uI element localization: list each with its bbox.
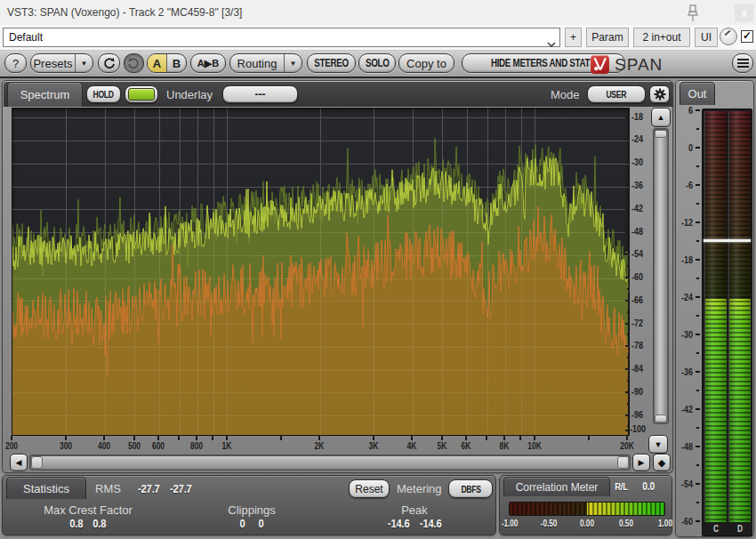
- clippings-label: Clippings: [228, 503, 275, 517]
- scroll-left-button[interactable]: ◀: [10, 454, 28, 471]
- zoom-reset-button[interactable]: ◆: [653, 454, 671, 471]
- redo-button[interactable]: [124, 53, 144, 73]
- underlay-select-button[interactable]: ---: [222, 85, 298, 103]
- crest-values: 0.8 0.8: [68, 517, 108, 530]
- peak-hold-line: [704, 239, 751, 242]
- hold-label: HOLD: [93, 89, 114, 100]
- correlation-scale: -1.00-0.500.000.501.00: [500, 519, 673, 531]
- copy-to-button[interactable]: Copy to: [398, 53, 454, 73]
- clippings-values: 0 0: [239, 517, 264, 530]
- v-scrollbar-track[interactable]: [653, 128, 669, 424]
- v-thumb-bottom-grip[interactable]: [655, 414, 667, 422]
- correlation-scale-label: -1.00: [502, 519, 519, 528]
- voxengo-logo-icon: [591, 55, 609, 74]
- output-meter-bar-left: [704, 111, 727, 522]
- h-thumb-left-grip[interactable]: [31, 456, 43, 469]
- correlation-value: 0.0: [642, 480, 655, 493]
- correlation-scale-label: 0.00: [580, 519, 594, 528]
- v-scrollbar-thumb[interactable]: [655, 130, 667, 422]
- metering-label: Metering: [397, 482, 442, 495]
- ab-compare-group: A B: [147, 53, 187, 73]
- correlation-scale-label: -0.50: [540, 519, 557, 528]
- peak-label: Peak: [401, 503, 428, 517]
- a-to-b-copy-button[interactable]: A▶B: [190, 53, 226, 73]
- span-plugin-window: VST3: SPAN (Voxengo) - Track 2 "MC459-8"…: [0, 0, 756, 539]
- channel-label-left: C: [713, 524, 719, 534]
- ui-button[interactable]: UI: [695, 28, 718, 47]
- window-title: VST3: SPAN (Voxengo) - Track 2 "MC459-8"…: [7, 6, 242, 19]
- tab-out[interactable]: Out: [680, 82, 715, 105]
- mode-label: Mode: [551, 88, 580, 101]
- spectrum-plot-svg: [12, 109, 629, 435]
- undo-button[interactable]: [98, 53, 120, 73]
- rms-value-right: -27.7: [170, 482, 192, 495]
- peak-value-left: -14.6: [388, 517, 410, 530]
- output-meter-bar-right: [728, 111, 751, 522]
- settings-gear-button[interactable]: [649, 85, 670, 103]
- stereo-label: STEREO: [314, 57, 349, 69]
- correlation-scale-label: 1.00: [658, 519, 672, 528]
- v-thumb-top-grip[interactable]: [655, 130, 667, 138]
- presets-button[interactable]: Presets ▼: [30, 53, 93, 73]
- host-controls-row: Default + Param 2 in+out UI ✓: [0, 25, 756, 51]
- solo-label: SOLO: [366, 57, 390, 69]
- stereo-button[interactable]: STEREO: [307, 53, 356, 73]
- correlation-segments: [510, 503, 664, 515]
- hide-meters-label: HIDE METERS AND STATS: [491, 57, 596, 69]
- preset-combo[interactable]: Default: [3, 28, 560, 47]
- rms-value-left: -27.7: [138, 482, 160, 495]
- add-preset-button[interactable]: +: [565, 28, 582, 47]
- metering-mode-button[interactable]: DBFS: [448, 479, 493, 498]
- scroll-right-button[interactable]: ▶: [632, 454, 650, 471]
- a-button[interactable]: A: [148, 54, 166, 72]
- presets-dropdown-icon[interactable]: ▼: [75, 54, 92, 72]
- pin-icon[interactable]: [683, 3, 703, 24]
- tab-spectrum[interactable]: Spectrum: [7, 82, 83, 107]
- correlation-meter-bar: [509, 502, 665, 516]
- presets-label: Presets: [31, 57, 75, 70]
- peak-value-right: -14.6: [420, 517, 442, 530]
- tab-statistics[interactable]: Statistics: [6, 477, 86, 499]
- enable-checkbox[interactable]: ✓: [741, 30, 753, 43]
- close-button[interactable]: x: [735, 4, 753, 22]
- spectrum-led-button[interactable]: [125, 85, 158, 103]
- h-thumb-right-grip[interactable]: [617, 456, 629, 469]
- scroll-down-button[interactable]: ▼: [648, 435, 668, 454]
- underlay-label: Underlay: [166, 88, 213, 101]
- rms-values: -27.7 -27.7: [136, 482, 193, 495]
- h-scrollbar-thumb[interactable]: [31, 456, 629, 469]
- output-meter[interactable]: C D: [702, 109, 752, 536]
- hamburger-icon: [737, 59, 749, 60]
- undo-icon: [102, 57, 116, 70]
- hold-button[interactable]: HOLD: [86, 85, 121, 103]
- wet-dry-knob[interactable]: [720, 28, 737, 45]
- mode-button[interactable]: USER: [587, 85, 646, 103]
- spectrum-panel: Spectrum HOLD Underlay --- Mode USER ▲ ▼: [2, 80, 673, 473]
- redo-icon: [127, 57, 141, 70]
- title-bar: VST3: SPAN (Voxengo) - Track 2 "MC459-8"…: [0, 0, 756, 25]
- plugin-toolbar: ? Presets ▼ A B A▶B Routing ▼ STEREO S: [0, 51, 756, 78]
- statistics-panel: Statistics RMS -27.7 -27.7 Reset Meterin…: [2, 475, 496, 535]
- io-config-button[interactable]: 2 in+out: [633, 28, 690, 47]
- spectrum-plot[interactable]: [12, 108, 630, 436]
- b-button[interactable]: B: [166, 54, 186, 72]
- tab-correlation[interactable]: Correlation Meter: [503, 477, 610, 496]
- gear-icon: [654, 88, 666, 101]
- routing-button[interactable]: Routing ▼: [229, 53, 302, 73]
- reset-button[interactable]: Reset: [349, 479, 390, 498]
- meter-shade: [704, 111, 727, 522]
- scroll-up-button[interactable]: ▲: [651, 108, 671, 127]
- menu-button[interactable]: [732, 53, 753, 73]
- routing-label: Routing: [230, 57, 284, 70]
- routing-dropdown-icon[interactable]: ▼: [284, 54, 302, 72]
- knob-pointer: [724, 30, 730, 36]
- h-scrollbar-track[interactable]: [29, 455, 631, 471]
- param-button[interactable]: Param: [586, 28, 629, 47]
- solo-button[interactable]: SOLO: [358, 53, 396, 73]
- green-led-icon: [128, 88, 155, 101]
- out-panel: Out C D: [675, 80, 754, 537]
- crest-label: Max Crest Factor: [44, 503, 133, 517]
- meter-shade: [728, 111, 751, 522]
- help-button[interactable]: ?: [4, 53, 27, 73]
- correlation-scale-label: 0.50: [619, 519, 633, 528]
